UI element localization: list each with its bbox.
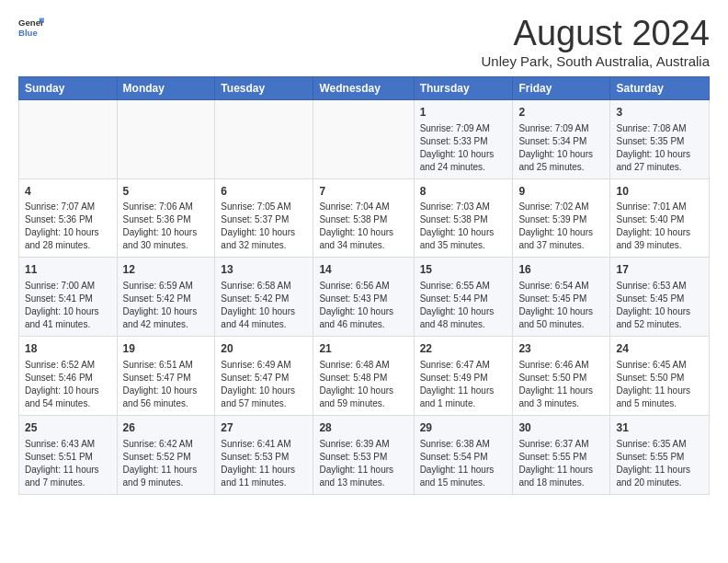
sunset-text: Sunset: 5:42 PM (123, 293, 191, 304)
day-number: 10 (616, 184, 703, 200)
calendar-cell: 27Sunrise: 6:41 AMSunset: 5:53 PMDayligh… (215, 415, 313, 494)
day-number: 2 (518, 105, 604, 121)
calendar-cell: 13Sunrise: 6:58 AMSunset: 5:42 PMDayligh… (215, 258, 313, 337)
day-number: 28 (319, 420, 407, 436)
daylight-text: Daylight: 10 hours and 54 minutes. (25, 385, 99, 408)
title-block: August 2024 Unley Park, South Australia,… (482, 15, 710, 69)
daylight-text: Daylight: 11 hours and 18 minutes. (518, 465, 593, 488)
sunset-text: Sunset: 5:39 PM (518, 214, 586, 224)
daylight-text: Daylight: 11 hours and 11 minutes. (221, 465, 295, 488)
sunrise-text: Sunrise: 7:03 AM (420, 201, 490, 212)
calendar-cell (19, 99, 118, 178)
sunrise-text: Sunrise: 6:45 AM (616, 360, 686, 370)
sunrise-text: Sunrise: 6:52 AM (25, 360, 95, 370)
calendar-cell: 23Sunrise: 6:46 AMSunset: 5:50 PMDayligh… (513, 337, 610, 416)
calendar-cell: 14Sunrise: 6:56 AMSunset: 5:43 PMDayligh… (313, 258, 414, 337)
sunrise-text: Sunrise: 6:46 AM (518, 360, 588, 370)
day-number: 1 (420, 105, 507, 121)
sunset-text: Sunset: 5:47 PM (123, 373, 191, 383)
day-number: 6 (221, 184, 307, 200)
daylight-text: Daylight: 10 hours and 41 minutes. (25, 306, 99, 329)
day-number: 20 (221, 341, 307, 357)
calendar-week-row: 1Sunrise: 7:09 AMSunset: 5:33 PMDaylight… (19, 99, 710, 178)
day-number: 13 (221, 262, 307, 278)
calendar-cell: 8Sunrise: 7:03 AMSunset: 5:38 PMDaylight… (414, 178, 513, 258)
weekday-header: Monday (117, 76, 215, 99)
daylight-text: Daylight: 10 hours and 56 minutes. (123, 385, 198, 408)
calendar-cell: 20Sunrise: 6:49 AMSunset: 5:47 PMDayligh… (215, 337, 313, 416)
sunset-text: Sunset: 5:53 PM (221, 452, 289, 462)
day-number: 23 (518, 341, 604, 357)
calendar-cell: 17Sunrise: 6:53 AMSunset: 5:45 PMDayligh… (610, 258, 710, 337)
daylight-text: Daylight: 11 hours and 1 minute. (420, 385, 495, 408)
sunset-text: Sunset: 5:38 PM (319, 214, 387, 224)
calendar-week-row: 4Sunrise: 7:07 AMSunset: 5:36 PMDaylight… (19, 178, 710, 258)
sunset-text: Sunset: 5:43 PM (319, 293, 387, 304)
sunrise-text: Sunrise: 6:43 AM (25, 439, 95, 449)
calendar-cell: 2Sunrise: 7:09 AMSunset: 5:34 PMDaylight… (513, 99, 610, 178)
sunset-text: Sunset: 5:47 PM (221, 373, 289, 383)
calendar-cell: 15Sunrise: 6:55 AMSunset: 5:44 PMDayligh… (414, 258, 513, 337)
sunset-text: Sunset: 5:41 PM (25, 293, 93, 304)
sunset-text: Sunset: 5:33 PM (420, 136, 488, 146)
calendar-cell: 25Sunrise: 6:43 AMSunset: 5:51 PMDayligh… (19, 415, 118, 494)
sunset-text: Sunset: 5:37 PM (221, 214, 289, 224)
daylight-text: Daylight: 10 hours and 28 minutes. (25, 227, 99, 250)
daylight-text: Daylight: 10 hours and 27 minutes. (616, 149, 690, 172)
calendar-cell: 19Sunrise: 6:51 AMSunset: 5:47 PMDayligh… (117, 337, 215, 416)
calendar-cell: 24Sunrise: 6:45 AMSunset: 5:50 PMDayligh… (610, 337, 710, 416)
daylight-text: Daylight: 10 hours and 48 minutes. (420, 306, 495, 329)
daylight-text: Daylight: 10 hours and 37 minutes. (518, 227, 593, 250)
sunset-text: Sunset: 5:46 PM (25, 373, 93, 383)
weekday-header-row: SundayMondayTuesdayWednesdayThursdayFrid… (19, 76, 710, 99)
day-number: 26 (123, 420, 210, 436)
sunset-text: Sunset: 5:51 PM (25, 452, 93, 462)
day-number: 22 (420, 341, 507, 357)
calendar-cell: 1Sunrise: 7:09 AMSunset: 5:33 PMDaylight… (414, 99, 513, 178)
sunrise-text: Sunrise: 6:55 AM (420, 281, 490, 291)
sunrise-text: Sunrise: 7:04 AM (319, 201, 389, 212)
page-header: General Blue August 2024 Unley Park, Sou… (18, 15, 710, 69)
daylight-text: Daylight: 11 hours and 15 minutes. (420, 465, 495, 488)
day-number: 30 (518, 420, 604, 436)
calendar-cell: 6Sunrise: 7:05 AMSunset: 5:37 PMDaylight… (215, 178, 313, 258)
sunset-text: Sunset: 5:42 PM (221, 293, 289, 304)
sunset-text: Sunset: 5:36 PM (123, 214, 191, 224)
sunrise-text: Sunrise: 7:07 AM (25, 201, 95, 212)
sunrise-text: Sunrise: 6:54 AM (518, 281, 588, 291)
daylight-text: Daylight: 10 hours and 25 minutes. (518, 149, 593, 172)
daylight-text: Daylight: 10 hours and 52 minutes. (616, 306, 690, 329)
daylight-text: Daylight: 10 hours and 44 minutes. (221, 306, 295, 329)
sunset-text: Sunset: 5:38 PM (420, 214, 488, 224)
calendar-cell: 28Sunrise: 6:39 AMSunset: 5:53 PMDayligh… (313, 415, 414, 494)
day-number: 7 (319, 184, 407, 200)
day-number: 17 (616, 262, 703, 278)
sunset-text: Sunset: 5:44 PM (420, 293, 488, 304)
sunrise-text: Sunrise: 7:02 AM (518, 201, 588, 212)
daylight-text: Daylight: 10 hours and 35 minutes. (420, 227, 495, 250)
sunrise-text: Sunrise: 6:49 AM (221, 360, 290, 370)
sunset-text: Sunset: 5:45 PM (616, 293, 684, 304)
sunrise-text: Sunrise: 6:56 AM (319, 281, 389, 291)
day-number: 15 (420, 262, 507, 278)
sunset-text: Sunset: 5:52 PM (123, 452, 191, 462)
day-number: 4 (25, 184, 111, 200)
day-number: 5 (123, 184, 210, 200)
day-number: 11 (25, 262, 111, 278)
logo: General Blue (18, 15, 44, 40)
daylight-text: Daylight: 10 hours and 57 minutes. (221, 385, 295, 408)
sunset-text: Sunset: 5:50 PM (518, 373, 586, 383)
sunrise-text: Sunrise: 7:09 AM (518, 123, 588, 133)
sunset-text: Sunset: 5:35 PM (616, 136, 684, 146)
calendar-cell: 9Sunrise: 7:02 AMSunset: 5:39 PMDaylight… (513, 178, 610, 258)
sunrise-text: Sunrise: 7:00 AM (25, 281, 95, 291)
daylight-text: Daylight: 10 hours and 50 minutes. (518, 306, 593, 329)
sunrise-text: Sunrise: 6:39 AM (319, 439, 389, 449)
sunrise-text: Sunrise: 7:06 AM (123, 201, 193, 212)
calendar-table: SundayMondayTuesdayWednesdayThursdayFrid… (18, 76, 710, 495)
calendar-cell: 18Sunrise: 6:52 AMSunset: 5:46 PMDayligh… (19, 337, 118, 416)
calendar-cell: 30Sunrise: 6:37 AMSunset: 5:55 PMDayligh… (513, 415, 610, 494)
sunset-text: Sunset: 5:53 PM (319, 452, 387, 462)
weekday-header: Wednesday (313, 76, 414, 99)
sunset-text: Sunset: 5:55 PM (616, 452, 684, 462)
